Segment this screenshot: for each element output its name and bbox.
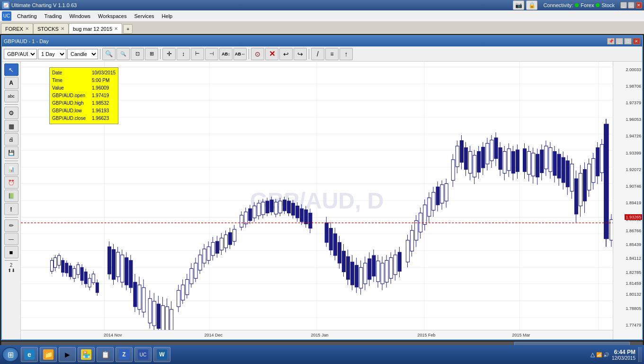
tab-forex[interactable]: FOREX ✕	[1, 23, 33, 34]
svg-rect-162	[368, 259, 371, 280]
text-tool-button[interactable]: AB↕	[219, 48, 233, 60]
svg-rect-122	[270, 200, 273, 212]
tooltip-value-value: 1.96009	[92, 84, 109, 92]
menu-charting[interactable]: Charting	[13, 10, 41, 21]
pencil-tool[interactable]: ✏	[4, 219, 18, 232]
add-tab-button[interactable]: +	[123, 24, 133, 34]
chart-maximize-button[interactable]: □	[624, 38, 632, 45]
tab-bug[interactable]: bug mar 12 2015 ✕	[69, 23, 122, 34]
tab-stocks-close[interactable]: ✕	[61, 26, 64, 31]
delete-button[interactable]: ✕	[265, 48, 278, 60]
time-axis: 2014 Nov 2014 Dec 2015 Jan 2015 Feb 2015…	[21, 330, 613, 339]
menu-services[interactable]: Services	[130, 10, 158, 21]
zoom-fit-button[interactable]: ⊡	[131, 48, 144, 60]
svg-rect-100	[220, 238, 223, 250]
draw-line-button[interactable]: /	[311, 48, 324, 60]
tool4-button[interactable]: ⊣	[205, 48, 218, 60]
undo-button[interactable]: ↩	[279, 48, 293, 60]
chart-type-tool[interactable]: 📊	[4, 163, 18, 175]
svg-rect-232	[528, 152, 531, 174]
zoom-out-button[interactable]: 🔍	[116, 48, 130, 60]
zoom-in-button[interactable]: 🔍	[102, 48, 116, 60]
text-tool2-button[interactable]: AB↔	[233, 48, 247, 60]
taskbar-folder[interactable]: 📁	[40, 347, 57, 362]
excel-tool[interactable]: 📗	[4, 190, 18, 202]
tab-forex-close[interactable]: ✕	[25, 26, 29, 31]
lock-icon[interactable]: 🔒	[526, 0, 537, 10]
line-width-tool[interactable]: —	[4, 233, 18, 245]
zoom-arrows[interactable]: ⬆⬇	[8, 268, 15, 273]
svg-rect-76	[165, 307, 169, 331]
magnet-button[interactable]: ⊙	[251, 48, 264, 60]
svg-rect-214	[486, 143, 489, 164]
print-tool[interactable]: 🖨	[4, 133, 18, 146]
zoom-number[interactable]: 2 ⬆⬇	[8, 263, 15, 273]
text-tool-left[interactable]: A	[4, 77, 18, 89]
line-tool-button[interactable]: ↕	[177, 48, 190, 60]
svg-rect-138	[304, 210, 308, 224]
taskbar-uc[interactable]: UC	[134, 347, 152, 362]
svg-rect-152	[347, 256, 350, 279]
taskbar-app2[interactable]: 📋	[97, 347, 114, 362]
tooltip-low-label: GBP/AUD.low	[52, 107, 90, 115]
title-bar: 📈 Ultimate Charting V 1.1.0.63 📷 🔒 Conne…	[0, 0, 644, 10]
tab-stocks[interactable]: STOCKS ✕	[33, 23, 69, 34]
taskbar-ie[interactable]: e	[21, 347, 38, 362]
svg-rect-210	[477, 152, 481, 173]
chart-close-button[interactable]: ✕	[633, 38, 640, 45]
price-1-97379: 1.97379	[626, 100, 641, 105]
svg-rect-220	[499, 148, 502, 170]
svg-rect-32	[65, 263, 68, 273]
abc-tool[interactable]: abc	[4, 90, 18, 102]
tool3-button[interactable]: ⊢	[191, 48, 204, 60]
fill-tool[interactable]: ■	[4, 246, 18, 258]
start-button[interactable]: ⊞	[2, 347, 19, 362]
taskbar: ⊞ e 📁 ▶ 🏪 📋 Z UC W △ 📶	[0, 345, 644, 364]
svg-rect-54	[116, 252, 120, 277]
chart-pin-button[interactable]: 📌	[607, 38, 615, 45]
maximize-button[interactable]: □	[628, 2, 635, 9]
crosshair-button[interactable]: ✛	[162, 48, 176, 60]
tab-bug-close[interactable]: ✕	[114, 26, 118, 31]
settings-tool[interactable]: ⚙	[4, 107, 18, 119]
taskbar-app1[interactable]: 🏪	[78, 347, 95, 362]
chart-type-select[interactable]: Candle	[67, 49, 98, 59]
pointer-tool[interactable]: ↖	[4, 64, 18, 76]
symbol-select[interactable]: GBP/AUD	[4, 49, 37, 59]
tooltip-date-label: Date	[52, 69, 90, 77]
layers-tool[interactable]: ▦	[4, 120, 18, 132]
svg-rect-30	[62, 260, 64, 272]
svg-rect-240	[545, 146, 548, 169]
svg-rect-62	[134, 282, 137, 307]
save-tool[interactable]: 💾	[4, 146, 18, 159]
hline-button[interactable]: ≡	[325, 48, 339, 60]
svg-rect-130	[287, 201, 291, 213]
alert-tool[interactable]: !	[4, 203, 18, 215]
svg-rect-170	[385, 260, 388, 282]
price-1-77479: 1.77479	[626, 323, 641, 328]
app3-icon: Z	[119, 349, 129, 360]
menu-help[interactable]: Help	[158, 10, 177, 21]
menu-windows[interactable]: Windows	[65, 10, 94, 21]
svg-rect-244	[553, 152, 556, 176]
minimize-button[interactable]: _	[620, 2, 627, 9]
show-desktop-button[interactable]	[638, 347, 642, 362]
tooltip-high-value: 1.98532	[92, 100, 109, 107]
taskbar-word[interactable]: W	[153, 347, 170, 362]
taskbar-media[interactable]: ▶	[59, 347, 76, 362]
chart-minimize-button[interactable]: _	[616, 38, 623, 45]
svg-rect-104	[229, 233, 232, 245]
close-button[interactable]: ✕	[635, 2, 642, 9]
svg-rect-160	[364, 263, 367, 284]
arrow-button[interactable]: ↑	[340, 48, 353, 60]
alarm-tool[interactable]: ⏰	[4, 176, 18, 189]
taskbar-app3[interactable]: Z	[116, 347, 133, 362]
redo-button[interactable]: ↪	[294, 48, 307, 60]
menu-workspaces[interactable]: Workspaces	[94, 10, 130, 21]
menu-trading[interactable]: Trading	[41, 10, 66, 21]
chart-canvas[interactable]: GBP/AUD, D Date 10/03/2015 Time 5:00 PM …	[21, 62, 613, 339]
zoom-reset-button[interactable]: ⊞	[145, 48, 158, 60]
time-label-jan: 2015 Jan	[311, 333, 329, 337]
period-select[interactable]: 1 Day	[38, 49, 66, 59]
camera-icon[interactable]: 📷	[513, 0, 524, 10]
